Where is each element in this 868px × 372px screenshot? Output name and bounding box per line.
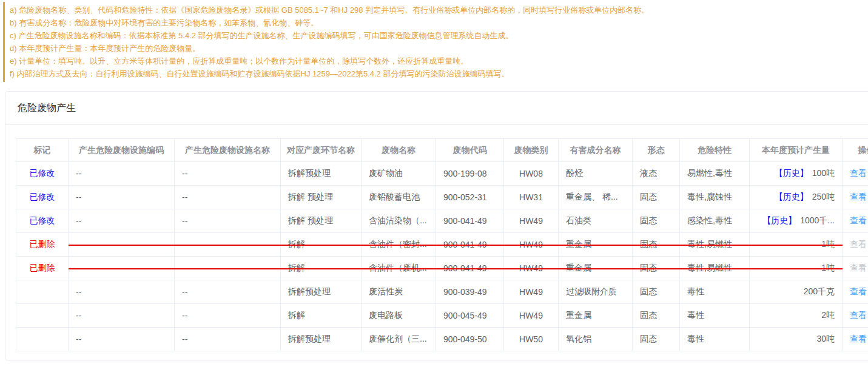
cell-facility-name: -- (175, 328, 281, 351)
cell-facility-code (69, 257, 175, 280)
amount-value: 200千克 (804, 286, 835, 297)
cell-facility-name (175, 233, 281, 257)
cell-waste-code: 900-041-49 (436, 257, 504, 280)
view-link[interactable]: 查看 (850, 215, 867, 226)
cell-harmful-component: 氧化铝 (559, 328, 633, 351)
cell-form: 固态 (633, 186, 680, 209)
cell-hazard: 感染性,毒性 (680, 209, 750, 233)
cell-hazard: 毒性 (680, 328, 750, 351)
cell-form: 液态 (633, 162, 680, 186)
table-row: 已删除拆解含油件（密封...900-041-49HW49重金属固态毒性,易燃性1… (16, 233, 868, 257)
cell-waste-category: HW31 (504, 186, 559, 209)
cell-facility-name (175, 257, 281, 280)
amount-value: 1吨 (821, 263, 835, 274)
column-header: 废物名称 (362, 139, 436, 162)
cell-form: 固态 (633, 328, 680, 351)
amount-value: 1吨 (821, 239, 835, 250)
modified-badge: 已修改 (30, 168, 55, 179)
cell-facility-name: -- (175, 209, 281, 233)
cell-waste-category: HW49 (504, 209, 559, 233)
view-link[interactable]: 查看 (850, 310, 867, 321)
cell-action: 查看 (843, 162, 868, 186)
column-header: 废物类别 (504, 139, 559, 162)
table-header-row: 标记产生危险废物设施编码产生危险废物设施名称对应产废环节名称废物名称废物代码废物… (16, 139, 868, 162)
cell-waste-name: 含油件（密封... (362, 233, 436, 257)
cell-amount: 1吨 (750, 257, 843, 280)
cell-harmful-component: 酚烃 (559, 162, 633, 186)
cell-process: 拆解 (281, 257, 362, 280)
cell-process: 拆解 预处理 (281, 186, 362, 209)
cell-process: 拆解预处理 (281, 162, 362, 186)
cell-harmful-component: 石油类 (559, 209, 633, 233)
amount-value: 250吨 (812, 192, 835, 203)
cell-form: 固态 (633, 257, 680, 280)
column-header: 有害成分名称 (559, 139, 633, 162)
amount-value: 30吨 (816, 334, 835, 345)
history-tag: 【历史】 (775, 192, 809, 203)
note-line-d: d) 本年度预计产生量：本年度预计产生的危险废物量。 (10, 42, 868, 55)
cell-mark: 已修改 (16, 162, 69, 186)
deleted-badge: 已删除 (30, 239, 55, 250)
cell-mark: 已修改 (16, 209, 69, 233)
cell-amount: 1吨 (750, 233, 843, 257)
cell-amount: 30吨 (750, 328, 843, 351)
cell-harmful-component: 重金属 (559, 233, 633, 257)
view-link: 查看 (850, 239, 867, 250)
modified-badge: 已修改 (30, 215, 55, 226)
cell-facility-name: -- (175, 304, 281, 328)
amount-value: 1000千... (800, 215, 835, 226)
cell-action: 查看 (843, 257, 868, 280)
amount-value: 100吨 (812, 168, 835, 179)
cell-hazard: 毒性,易燃性 (680, 233, 750, 257)
cell-process: 拆解预处理 (281, 328, 362, 351)
cell-waste-category: HW08 (504, 162, 559, 186)
cell-waste-category: HW49 (504, 304, 559, 328)
cell-waste-name: 含油沾染物（... (362, 209, 436, 233)
cell-facility-code (69, 233, 175, 257)
note-line-e: e) 计量单位：填写吨。以升、立方米等体积计量的，应折算成重量吨；以个数作为计量… (10, 55, 868, 67)
table-row: 已修改----拆解 预处理废铅酸蓄电池900-052-31HW31重金属、 稀.… (16, 186, 868, 209)
cell-action: 查看 (843, 209, 868, 233)
hazardous-waste-table: 标记产生危险废物设施编码产生危险废物设施名称对应产废环节名称废物名称废物代码废物… (16, 138, 868, 351)
view-link[interactable]: 查看 (850, 334, 867, 345)
cell-action: 查看 (843, 233, 868, 257)
cell-waste-category: HW49 (504, 257, 559, 280)
cell-harmful-component: 过滤吸附介质 (559, 280, 633, 304)
cell-facility-name: -- (175, 186, 281, 209)
cell-waste-category: HW49 (504, 280, 559, 304)
card-title: 危险废物产生 (5, 92, 868, 125)
column-header: 产生危险废物设施名称 (175, 139, 281, 162)
deleted-badge: 已删除 (30, 263, 55, 274)
cell-harmful-component: 重金属 (559, 304, 633, 328)
cell-mark (16, 328, 69, 351)
cell-waste-name: 废矿物油 (362, 162, 436, 186)
cell-action: 查看 (843, 304, 868, 328)
cell-process: 拆解 预处理 (281, 209, 362, 233)
view-link: 查看 (850, 263, 867, 274)
cell-form: 固态 (633, 209, 680, 233)
table-row: ----拆解废电路板900-045-49HW49重金属固态毒性2吨查看 (16, 304, 868, 328)
history-tag: 【历史】 (762, 215, 796, 226)
cell-mark (16, 304, 69, 328)
cell-form: 固态 (633, 280, 680, 304)
hazardous-waste-card: 危险废物产生 标记产生危险废物设施编码产生危险废物设施名称对应产废环节名称废物名… (5, 91, 868, 360)
cell-waste-name: 废催化剂（三... (362, 328, 436, 351)
table-row: 已修改----拆解预处理废矿物油900-199-08HW08酚烃液态易燃性,毒性… (16, 162, 868, 186)
column-header: 操作 (843, 139, 868, 162)
note-line-f: f) 内部治理方式及去向：自行利用设施编码、自行处置设施编码和贮存设施编码依据H… (10, 67, 868, 80)
column-header: 危险特性 (680, 139, 750, 162)
cell-mark (16, 280, 69, 304)
cell-harmful-component: 重金属、 稀... (559, 186, 633, 209)
view-link[interactable]: 查看 (850, 192, 867, 203)
cell-waste-category: HW49 (504, 233, 559, 257)
column-header: 废物代码 (436, 139, 504, 162)
cell-waste-code: 900-199-08 (436, 162, 504, 186)
cell-action: 查看 (843, 328, 868, 351)
cell-waste-name: 废电路板 (362, 304, 436, 328)
table-row: 已修改----拆解 预处理含油沾染物（...900-041-49HW49石油类固… (16, 209, 868, 233)
view-link[interactable]: 查看 (850, 286, 867, 297)
annotation-notes: a) 危险废物名称、类别、代码和危险特性：依据《国家危险废物名录》或根据 GB … (3, 2, 868, 82)
view-link[interactable]: 查看 (850, 168, 867, 179)
column-header: 产生危险废物设施编码 (69, 139, 175, 162)
cell-amount: 200千克 (750, 280, 843, 304)
